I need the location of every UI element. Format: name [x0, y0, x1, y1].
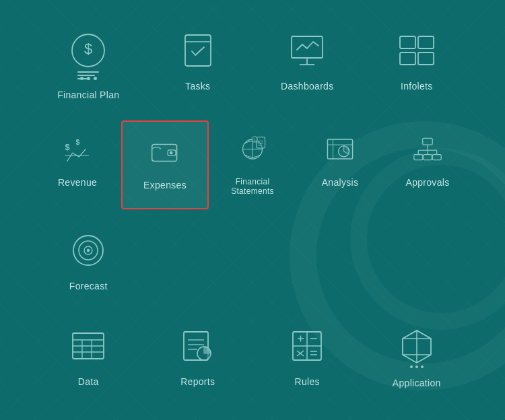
application-dots: [410, 365, 424, 368]
nav-item-reports[interactable]: Reports: [143, 312, 253, 402]
rules-icon-wrapper: [286, 325, 328, 367]
svg-rect-32: [423, 138, 433, 145]
reports-icon-wrapper: [177, 325, 219, 367]
data-label: Data: [78, 376, 99, 387]
data-icon-wrapper: [67, 325, 109, 367]
svg-rect-40: [432, 155, 441, 160]
svg-text:$: $: [76, 139, 80, 146]
nav-item-application[interactable]: Application: [362, 312, 472, 402]
svg-text:$: $: [65, 142, 69, 152]
dashboards-icon-wrapper: [286, 30, 328, 71]
expenses-icon: [147, 135, 182, 170]
financial-statements-icon: i: [236, 134, 269, 168]
nav-item-data[interactable]: Data: [34, 312, 143, 402]
nav-item-analysis[interactable]: Analysis: [296, 120, 384, 209]
revenue-icon: $ $: [61, 134, 94, 168]
svg-rect-9: [400, 53, 415, 65]
financial-statements-icon-wrapper: i: [236, 134, 269, 168]
financial-statements-label: Financial Statements: [215, 177, 290, 196]
svg-line-70: [403, 330, 417, 339]
svg-point-44: [88, 250, 90, 252]
tasks-icon: [177, 30, 219, 71]
forecast-label: Forecast: [69, 281, 108, 291]
svg-rect-39: [424, 155, 432, 160]
financial-plan-label: Financial Plan: [57, 90, 119, 100]
svg-point-16: [170, 151, 172, 153]
financial-plan-icon: $: [67, 30, 109, 71]
tasks-icon-wrapper: [177, 30, 219, 71]
forecast-icon: [67, 230, 109, 271]
svg-line-71: [417, 330, 431, 339]
svg-text:i: i: [255, 138, 255, 142]
approvals-label: Approvals: [406, 177, 450, 188]
infolets-label: Infolets: [401, 81, 433, 92]
revenue-icon-wrapper: $ $: [61, 134, 94, 168]
nav-item-financial-plan[interactable]: $ Financial Plan: [34, 16, 143, 114]
svg-rect-10: [418, 53, 434, 65]
nav-item-expenses[interactable]: Expenses: [121, 120, 209, 209]
nav-item-approvals[interactable]: Approvals: [384, 120, 471, 209]
analysis-icon: [323, 134, 357, 168]
dashboards-icon: [286, 30, 328, 71]
dashboards-label: Dashboards: [281, 81, 334, 92]
nav-item-rules[interactable]: Rules: [252, 312, 362, 402]
approvals-icon: [411, 134, 444, 168]
nav-item-dashboards[interactable]: Dashboards: [252, 16, 362, 114]
analysis-icon-wrapper: [323, 134, 357, 168]
svg-rect-2: [185, 35, 211, 66]
data-icon: [67, 325, 109, 367]
approvals-icon-wrapper: [411, 134, 444, 168]
financial-plan-dots: [80, 77, 97, 80]
svg-text:$: $: [84, 40, 92, 57]
financial-plan-icon-wrapper: $: [67, 30, 109, 80]
reports-icon: [177, 325, 219, 367]
infolets-icon: [396, 30, 438, 71]
forecast-icon-wrapper: [67, 230, 109, 271]
infolets-icon-wrapper: [396, 30, 438, 71]
application-icon: [396, 325, 438, 367]
nav-item-tasks[interactable]: Tasks: [143, 16, 253, 114]
svg-rect-7: [400, 36, 415, 48]
analysis-label: Analysis: [322, 177, 359, 188]
reports-label: Reports: [180, 376, 215, 387]
expenses-icon-wrapper: [147, 135, 182, 170]
nav-item-revenue[interactable]: $ $ Revenue: [34, 120, 121, 209]
rules-icon: [286, 325, 328, 367]
svg-rect-4: [292, 36, 323, 58]
nav-item-financial-statements[interactable]: i Financial Statements: [209, 120, 296, 209]
application-label: Application: [393, 378, 441, 388]
revenue-label: Revenue: [58, 177, 97, 188]
nav-item-forecast[interactable]: Forecast: [34, 216, 143, 305]
nav-item-infolets[interactable]: Infolets: [362, 16, 472, 114]
tasks-label: Tasks: [185, 81, 210, 92]
expenses-label: Expenses: [143, 180, 187, 190]
application-icon-wrapper: [396, 325, 438, 368]
svg-rect-8: [418, 36, 434, 48]
svg-rect-38: [414, 155, 423, 160]
rules-label: Rules: [295, 376, 320, 387]
